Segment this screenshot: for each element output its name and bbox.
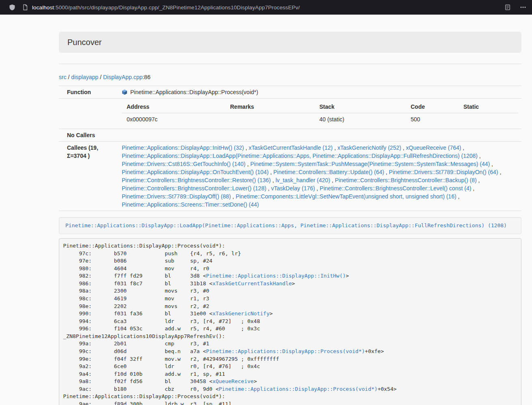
- stats-header: Remarks: [225, 101, 314, 113]
- breadcrumb-link[interactable]: displayapp: [71, 74, 98, 80]
- stats-cell: AddressRemarksStackCodeStatic 0x0000097c…: [118, 99, 521, 129]
- no-callers-empty-cell: [118, 129, 521, 142]
- function-icon: [122, 89, 127, 95]
- breadcrumb-link[interactable]: src: [59, 74, 67, 80]
- callee-link[interactable]: Pinetime::Applications::Screens::Timer::…: [122, 201, 259, 208]
- browser-toolbar: localhost:5000/path/src/displayapp/Displ…: [0, 0, 532, 15]
- function-row: Function Pinetime::Applications::Display…: [59, 86, 521, 99]
- callees-list: Pinetime::Applications::DisplayApp::Init…: [118, 142, 521, 211]
- callee-link[interactable]: lv_task_handler (420): [276, 177, 330, 183]
- function-label: Function: [59, 86, 118, 99]
- overflow-menu-icon[interactable]: [520, 4, 526, 11]
- stats-value: [459, 113, 518, 127]
- callee-link[interactable]: Pinetime::Controllers::BrightnessControl…: [320, 185, 471, 192]
- stats-value: [225, 113, 314, 127]
- callee-link[interactable]: Pinetime::Drivers::Cst816S::GetTouchInfo…: [122, 161, 246, 167]
- stats-row-spacer: [59, 99, 118, 129]
- disassembly-block: Pinetime::Applications::DisplayApp::Proc…: [59, 238, 521, 405]
- callee-link[interactable]: Pinetime::Controllers::BrightnessControl…: [335, 177, 476, 183]
- callee-link[interactable]: Pinetime::System::SystemTask::PushMessag…: [250, 161, 490, 167]
- stats-header-row: AddressRemarksStackCodeStatic: [122, 101, 518, 113]
- callee-link[interactable]: Pinetime::Applications::DisplayApp::Init…: [122, 144, 244, 151]
- code-symbol-link[interactable]: xTaskGenericNotify: [212, 310, 269, 317]
- code-symbol-link[interactable]: Pinetime::Applications::DisplayApp::Init…: [206, 273, 346, 279]
- function-name: Pinetime::Applications::DisplayApp::Proc…: [130, 89, 258, 95]
- callee-link[interactable]: xQueueReceive (764): [406, 144, 461, 151]
- divider: [59, 64, 521, 64]
- code-symbol-link[interactable]: xQueueReceive: [212, 378, 254, 384]
- breadcrumb-line-number: :86: [142, 74, 150, 80]
- page-info-icon[interactable]: [22, 4, 28, 11]
- stats-header: Address: [122, 101, 225, 113]
- url-host: localhost: [32, 4, 54, 11]
- callee-link[interactable]: xTaskGenericNotify (252): [337, 144, 401, 151]
- callees-label: Callees (19, Σ=3704 ): [59, 142, 118, 211]
- callee-link[interactable]: Pinetime::Controllers::Battery::Update()…: [274, 169, 384, 175]
- breadcrumb: src / displayapp / DisplayApp.cpp:86: [59, 73, 521, 81]
- code-symbol-link[interactable]: Pinetime::Applications::DisplayApp::Proc…: [219, 386, 377, 392]
- tracking-protection-shield-icon[interactable]: [9, 4, 15, 11]
- stats-value: 0x0000097c: [122, 113, 225, 127]
- callee-link[interactable]: Pinetime::Controllers::BrightnessControl…: [122, 177, 271, 183]
- code-symbol-link[interactable]: Pinetime::Applications::DisplayApp::Proc…: [206, 348, 365, 354]
- stats-value-row: 0x0000097c40 (static)500: [122, 113, 518, 127]
- reader-view-icon[interactable]: [504, 4, 511, 11]
- stats-value: 500: [406, 113, 459, 127]
- function-name-cell: Pinetime::Applications::DisplayApp::Proc…: [118, 86, 521, 99]
- stats-header: Stack: [314, 101, 406, 113]
- stats-header: Code: [406, 101, 459, 113]
- callee-link[interactable]: vTaskDelay (176): [271, 185, 315, 192]
- stats-table: AddressRemarksStackCodeStatic 0x0000097c…: [122, 101, 518, 127]
- brand-banner: Puncover: [59, 32, 521, 53]
- url-bar[interactable]: localhost:5000/path/src/displayapp/Displ…: [32, 4, 504, 11]
- page-content: Puncover src / displayapp / DisplayApp.c…: [59, 15, 521, 405]
- breadcrumb-link[interactable]: DisplayApp.cpp: [103, 74, 142, 80]
- selected-symbol-box: Pinetime::Applications::DisplayApp::Load…: [59, 217, 521, 234]
- callee-link[interactable]: Pinetime::Applications::DisplayApp::Load…: [122, 153, 478, 159]
- callee-link[interactable]: xTaskGetCurrentTaskHandle (12): [249, 144, 333, 151]
- stats-row: AddressRemarksStackCodeStatic 0x0000097c…: [59, 99, 521, 129]
- no-callers-label: No Callers: [59, 129, 118, 142]
- callee-link[interactable]: Pinetime::Applications::DisplayApp::OnTo…: [122, 169, 269, 175]
- code-symbol-link[interactable]: xTaskGetCurrentTaskHandle: [212, 280, 292, 287]
- callee-link[interactable]: Pinetime::Components::LittleVgl::SetNewT…: [236, 193, 457, 200]
- callee-link[interactable]: Pinetime::Drivers::St7789::DisplayOff() …: [122, 193, 231, 200]
- url-path: :5000/path/src/displayapp/DisplayApp.cpp…: [54, 4, 300, 11]
- brand-title: Puncover: [67, 38, 102, 47]
- no-callers-row: No Callers: [59, 129, 521, 142]
- stats-header: Static: [459, 101, 518, 113]
- stats-value: 40 (static): [314, 113, 406, 127]
- callee-link[interactable]: Pinetime::Drivers::St7789::DisplayOn() (…: [389, 169, 498, 175]
- callees-row: Callees (19, Σ=3704 ) Pinetime::Applicat…: [59, 142, 521, 211]
- selected-symbol-link[interactable]: Pinetime::Applications::DisplayApp::Load…: [65, 222, 507, 228]
- symbol-info-table: Function Pinetime::Applications::Display…: [59, 86, 521, 211]
- callee-link[interactable]: Pinetime::Controllers::BrightnessControl…: [122, 185, 266, 192]
